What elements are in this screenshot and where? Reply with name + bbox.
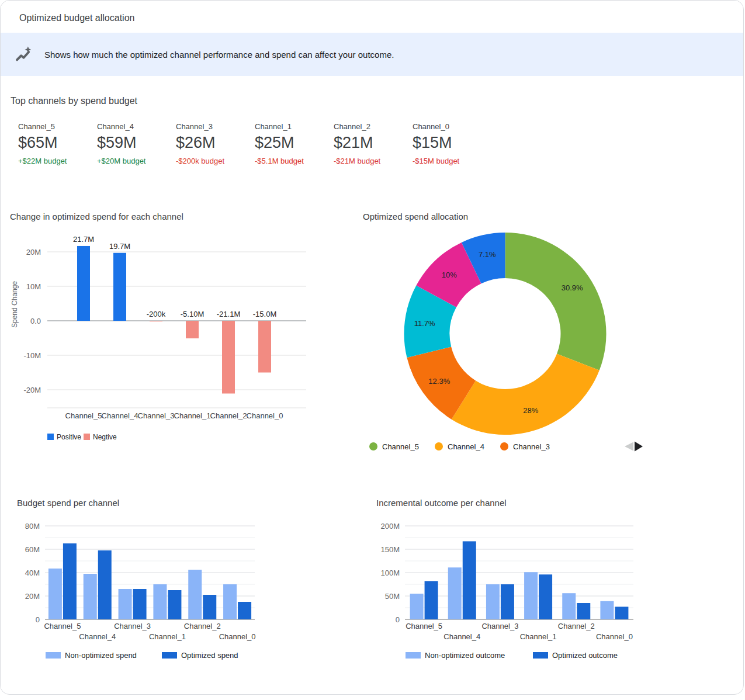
legend-swatch bbox=[533, 652, 548, 659]
slice-percent-label: 11.7% bbox=[414, 319, 435, 328]
legend-dot bbox=[369, 442, 377, 451]
bar bbox=[539, 574, 552, 619]
bar bbox=[223, 584, 237, 619]
legend-label: Non-optimized outcome bbox=[425, 651, 505, 660]
top-channels-stats-row: Channel_5$65M+$22M budgetChannel_4$59M+$… bbox=[18, 122, 491, 165]
y-tick-label: 0 bbox=[36, 615, 40, 624]
legend-swatch bbox=[162, 652, 177, 659]
insights-icon bbox=[15, 46, 33, 63]
y-tick-label: 10M bbox=[26, 282, 41, 291]
bar-value-label: -21.1M bbox=[217, 310, 240, 318]
bar bbox=[425, 581, 438, 619]
channel-stat-value: $26M bbox=[176, 134, 255, 152]
channel-stat: Channel_3$26M-$200k budget bbox=[176, 122, 255, 165]
legend-label: Positive bbox=[57, 433, 81, 441]
bar bbox=[448, 567, 462, 619]
bar bbox=[577, 603, 590, 619]
legend-dot bbox=[435, 442, 443, 451]
legend-swatch bbox=[47, 434, 54, 440]
channel-stat-name: Channel_0 bbox=[413, 122, 491, 131]
y-tick-label: 150M bbox=[380, 545, 400, 554]
x-category-label: Channel_4 bbox=[79, 632, 116, 641]
x-category-label: Channel_0 bbox=[596, 632, 633, 641]
channel-stat-budget-delta: -$200k budget bbox=[176, 157, 255, 165]
x-category-label: Channel_3 bbox=[481, 622, 518, 630]
bar bbox=[203, 595, 216, 619]
bar bbox=[153, 584, 167, 619]
insight-banner: Shows how much the optimized channel per… bbox=[1, 33, 743, 76]
channel-stat-name: Channel_3 bbox=[176, 122, 255, 131]
legend-label: Optimized spend bbox=[181, 651, 238, 660]
donut-slice bbox=[505, 233, 607, 370]
channel-stat: Channel_0$15M-$15M budget bbox=[413, 122, 491, 165]
channel-stat-value: $25M bbox=[255, 134, 334, 152]
bar bbox=[186, 321, 199, 338]
channel-stat-budget-delta: +$22M budget bbox=[18, 157, 97, 165]
report-card: Optimized budget allocation Shows how mu… bbox=[0, 0, 744, 695]
y-tick-label: 0.0 bbox=[30, 317, 41, 325]
channel-stat-value: $15M bbox=[413, 134, 491, 152]
bar bbox=[150, 321, 162, 321]
bar-value-label: -200k bbox=[147, 310, 166, 318]
legend-swatch bbox=[46, 652, 61, 659]
slice-percent-label: 12.3% bbox=[428, 377, 450, 386]
channel-stat-name: Channel_2 bbox=[334, 122, 413, 131]
bar bbox=[615, 607, 628, 619]
bar-value-label: -15.0M bbox=[253, 310, 276, 318]
legend-next-icon[interactable] bbox=[635, 442, 643, 452]
bar bbox=[84, 574, 97, 619]
channel-stat: Channel_2$21M-$21M budget bbox=[334, 122, 413, 165]
page-title: Optimized budget allocation bbox=[19, 13, 134, 23]
x-category-label: Channel_2 bbox=[558, 622, 595, 630]
channel-stat: Channel_4$59M+$20M budget bbox=[97, 122, 176, 165]
x-category-label: Channel_2 bbox=[184, 622, 221, 630]
channel-stat-name: Channel_1 bbox=[255, 122, 334, 131]
y-axis-title: Spend Change bbox=[11, 281, 19, 328]
bar bbox=[600, 601, 614, 619]
y-tick-label: 50M bbox=[385, 592, 400, 601]
donut-slice bbox=[452, 354, 600, 435]
x-category-label: Channel_1 bbox=[149, 632, 186, 641]
x-category-label: Channel_1 bbox=[174, 411, 211, 420]
x-category-label: Channel_0 bbox=[219, 632, 256, 641]
legend-label: Channel_5 bbox=[382, 442, 419, 451]
incremental-outcome-chart: Incremental outcome per channel 050M100M… bbox=[376, 493, 645, 667]
bar bbox=[48, 569, 62, 619]
legend-prev-icon[interactable] bbox=[625, 442, 633, 451]
channel-stat: Channel_5$65M+$22M budget bbox=[18, 122, 97, 165]
y-tick-label: 200M bbox=[380, 522, 400, 531]
y-tick-label: 80M bbox=[25, 522, 40, 531]
channel-stat: Channel_1$25M-$5.1M budget bbox=[255, 122, 334, 165]
legend-label: Channel_3 bbox=[513, 442, 550, 451]
slice-percent-label: 10% bbox=[442, 271, 457, 279]
bar bbox=[486, 584, 500, 619]
channel-stat-value: $21M bbox=[334, 134, 413, 152]
bar bbox=[119, 589, 132, 619]
legend-label: Optimized outcome bbox=[552, 651, 618, 660]
x-category-label: Channel_2 bbox=[210, 411, 247, 420]
y-tick-label: -10M bbox=[23, 351, 41, 360]
spend-change-chart-title: Change in optimized spend for each chann… bbox=[10, 210, 316, 228]
spend-change-svg: 20M10M0.0-10M-20MSpend Change21.7MChanne… bbox=[10, 228, 316, 443]
spend-allocation-chart-title: Optimized spend allocation bbox=[363, 210, 655, 228]
bar bbox=[168, 590, 181, 619]
channel-stat-budget-delta: +$20M budget bbox=[97, 157, 176, 165]
y-tick-label: 20M bbox=[26, 248, 41, 257]
x-category-label: Channel_4 bbox=[102, 411, 138, 420]
slice-percent-label: 7.1% bbox=[479, 250, 496, 259]
bar-value-label: 21.7M bbox=[73, 235, 94, 244]
top-channels-heading: Top channels by spend budget bbox=[11, 96, 137, 106]
budget-spend-chart-title: Budget spend per channel bbox=[17, 493, 268, 514]
bar bbox=[63, 543, 77, 619]
x-category-label: Channel_5 bbox=[65, 411, 102, 420]
bar bbox=[258, 321, 271, 373]
x-category-label: Channel_5 bbox=[44, 622, 81, 630]
legend-label: Channel_4 bbox=[448, 442, 484, 451]
spend-change-chart: Change in optimized spend for each chann… bbox=[10, 210, 316, 446]
bar-value-label: 19.7M bbox=[109, 242, 130, 251]
bar bbox=[188, 570, 202, 619]
bar bbox=[562, 593, 576, 619]
x-category-label: Channel_5 bbox=[406, 622, 442, 630]
bar-value-label: -5.10M bbox=[181, 310, 204, 318]
bar bbox=[463, 541, 476, 619]
